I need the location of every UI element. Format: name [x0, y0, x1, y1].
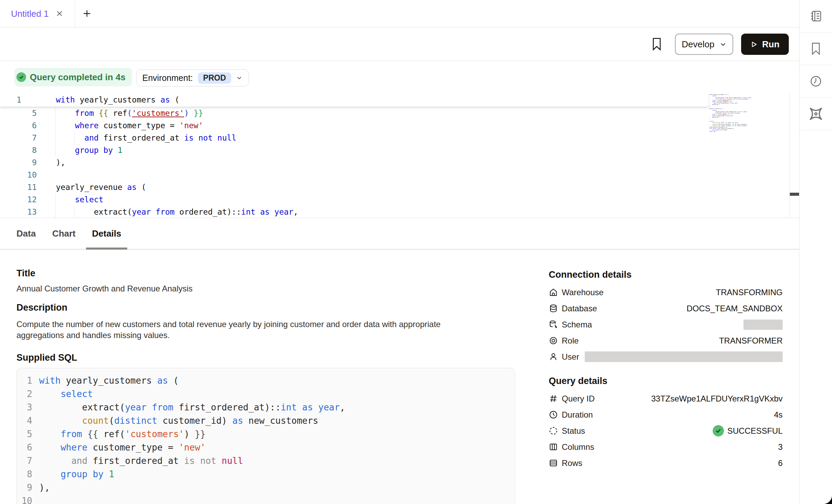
run-button[interactable]: Run [741, 34, 789, 55]
code-line: 11yearly_revenue as ( [0, 181, 789, 193]
title-value: Annual Customer Growth and Revenue Analy… [16, 284, 193, 293]
tab-details[interactable]: Details [86, 218, 127, 249]
connection-row-role: Role TRANSFORMER [549, 333, 783, 349]
query-row-duration: Duration 4s [549, 407, 783, 423]
code-line: 7 and first_ordered_at is not null [0, 132, 789, 144]
tab-data[interactable]: Data [11, 218, 41, 249]
bookmarks-panel-button[interactable] [799, 33, 832, 65]
warehouse-icon [549, 288, 558, 297]
close-icon[interactable] [56, 10, 63, 17]
editor-minimap[interactable]: with yearly_customers as ( select extrac… [709, 94, 799, 218]
details-left-column: Title Annual Customer Growth and Revenue… [16, 250, 517, 504]
run-label: Run [762, 39, 780, 50]
chevron-down-icon [236, 75, 242, 81]
hash-icon [549, 394, 558, 403]
details-panel: Title Annual Customer Growth and Revenue… [0, 250, 799, 504]
code-line: 13 extract(year from ordered_at)::int as… [0, 206, 789, 218]
bookmark-icon [810, 42, 821, 56]
role-icon [549, 336, 558, 345]
code-line: 3 extract(year from first_ordered_at)::i… [17, 401, 515, 414]
chevron-down-icon [720, 41, 726, 48]
description-heading: Description [16, 302, 68, 313]
tab-title: Untitled 1 [11, 8, 49, 19]
schema-value-redacted [744, 320, 783, 330]
code-line: 6 where customer_type = 'new' [0, 119, 789, 132]
database-value: DOCS_TEAM_SANDBOX [687, 304, 783, 313]
code-line: 1with yearly_customers as ( [17, 374, 515, 387]
rows-value: 6 [778, 458, 783, 468]
code-line: 2 select [17, 387, 515, 401]
editor-lines: 5 from {{ ref('customers') }}6 where cus… [0, 107, 789, 218]
environment-selector[interactable]: Environment: PROD [136, 69, 249, 86]
history-panel-button[interactable] [799, 65, 832, 98]
code-line: 8 group by 1 [0, 144, 789, 156]
bookmark-icon[interactable] [652, 37, 662, 51]
connection-row-warehouse: Warehouse TRANSFORMING [549, 284, 783, 300]
dbt-panel-button[interactable] [799, 98, 832, 130]
sql-editor[interactable]: 5 from {{ ref('customers') }}6 where cus… [0, 93, 799, 218]
code-line: 10 [17, 494, 515, 504]
editor-tab-bar: Untitled 1 [0, 0, 799, 27]
dbt-logo-icon [808, 106, 824, 122]
tab-untitled-1[interactable]: Untitled 1 [0, 0, 75, 27]
success-check-icon [713, 425, 724, 436]
history-clock-icon [809, 74, 823, 88]
query-row-rows: Rows 6 [549, 455, 783, 471]
code-line: 5 from {{ ref('customers') }} [0, 107, 789, 119]
status-value: SUCCESSFUL [713, 425, 783, 436]
query-details-heading: Query details [549, 376, 607, 386]
code-line: 7 and first_ordered_at is not null [17, 454, 515, 468]
supplied-sql-block: 1with yearly_customers as (2 select3 ext… [16, 368, 515, 504]
connection-row-database: Database DOCS_TEAM_SANDBOX [549, 300, 783, 316]
app-window: Untitled 1 Develop Run Query completed i… [0, 0, 832, 504]
query-row-status: Status SUCCESSFUL [549, 423, 783, 439]
connection-row-user: User [549, 349, 783, 365]
user-icon [549, 352, 558, 361]
toolbar: Develop Run [0, 27, 799, 61]
title-heading: Title [16, 268, 35, 279]
develop-dropdown[interactable]: Develop [675, 34, 733, 55]
schema-icon [549, 320, 558, 329]
develop-label: Develop [682, 39, 714, 50]
role-value: TRANSFORMER [719, 336, 783, 346]
notebook-icon [809, 9, 823, 23]
rows-icon [549, 458, 558, 468]
right-icon-strip [799, 0, 832, 504]
code-line: 6 where customer_type = 'new' [17, 441, 515, 454]
sticky-line: 1with yearly_customers as ( [0, 93, 709, 107]
duration-value: 4s [774, 410, 783, 420]
supplied-sql-heading: Supplied SQL [16, 352, 77, 363]
code-line: 9), [0, 156, 789, 169]
environment-value: PROD [198, 72, 231, 84]
columns-icon [549, 442, 558, 452]
connection-details-heading: Connection details [549, 269, 632, 280]
code-line: 1with yearly_customers as ( [0, 93, 709, 107]
code-line: 9), [17, 481, 515, 494]
code-line: 12 select [0, 193, 789, 206]
tab-chart[interactable]: Chart [46, 218, 81, 249]
check-circle-icon [16, 72, 26, 82]
code-line: 4 count(distinct customer_id) as new_cus… [17, 414, 515, 428]
columns-value: 3 [778, 442, 783, 452]
database-icon [549, 304, 558, 313]
query-row-columns: Columns 3 [549, 439, 783, 455]
spinner-icon [549, 426, 558, 435]
description-value: Compute the number of new customers and … [16, 319, 466, 340]
query-id-value: 33TZseWpe1ALFDUYerxR1gVKxbv [651, 394, 783, 404]
play-icon [750, 41, 758, 48]
notebook-panel-button[interactable] [799, 0, 832, 33]
clock-icon [549, 410, 558, 419]
query-status-badge: Query completed in 4s [14, 68, 132, 86]
warehouse-value: TRANSFORMING [716, 288, 783, 297]
code-line: 10 [0, 169, 789, 181]
connection-row-schema: Schema [549, 316, 783, 333]
query-row-id: Query ID 33TZseWpe1ALFDUYerxR1gVKxbv [549, 391, 783, 407]
results-tab-bar: Data Chart Details [0, 218, 799, 250]
new-tab-button[interactable] [83, 9, 91, 18]
code-line: 8 group by 1 [17, 468, 515, 481]
code-line: 5 from {{ ref('customers') }} [17, 428, 515, 441]
user-value-redacted [585, 351, 783, 362]
environment-label: Environment: [142, 73, 193, 83]
query-status-text: Query completed in 4s [30, 72, 126, 83]
